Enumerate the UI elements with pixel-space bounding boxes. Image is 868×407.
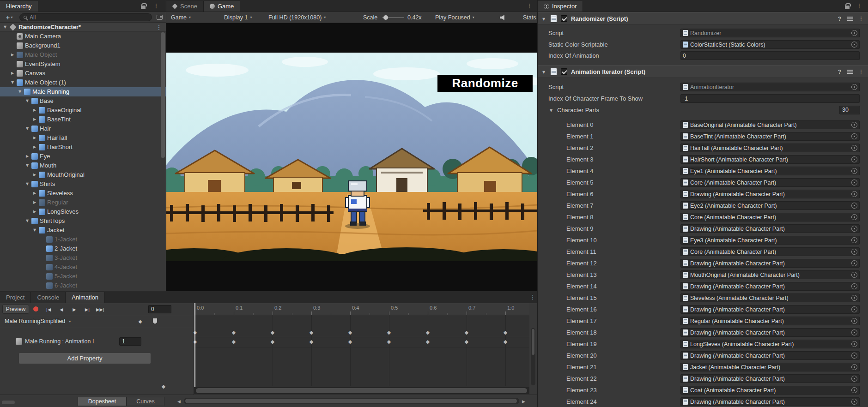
- object-picker-icon[interactable]: [851, 122, 857, 128]
- object-picker-icon[interactable]: [851, 191, 857, 197]
- object-field[interactable]: Core (Animatable Character Part): [680, 213, 860, 221]
- foldout-arrow[interactable]: ▼: [24, 216, 30, 226]
- resolution-dropdown[interactable]: Full HD (1920x1080)▾: [268, 12, 326, 23]
- help-icon[interactable]: ?: [838, 16, 841, 22]
- foldout-arrow[interactable]: ▶: [31, 189, 38, 198]
- create-button[interactable]: +▾: [2, 13, 16, 21]
- foldout-arrow[interactable]: ▶: [9, 69, 16, 78]
- stats-button[interactable]: Stats: [523, 12, 536, 23]
- foldout-arrow[interactable]: ▶: [31, 115, 38, 124]
- object-field[interactable]: Coat (Animatable Character Part): [680, 386, 860, 395]
- inspector-menu-icon[interactable]: ⋮: [856, 2, 862, 9]
- tab-scene[interactable]: Scene: [166, 1, 204, 12]
- object-picker-icon[interactable]: [851, 249, 857, 255]
- object-field[interactable]: Drawing (Animatable Character Part): [680, 259, 860, 268]
- property-value-field[interactable]: 1: [119, 337, 141, 346]
- object-picker-icon[interactable]: [851, 180, 857, 186]
- object-field[interactable]: BaseOriginal (Animatable Character Part): [680, 120, 860, 129]
- randomize-button[interactable]: Randomize: [437, 75, 533, 92]
- hierarchy-item[interactable]: ▼Male Object (1): [0, 78, 166, 87]
- object-picker-icon[interactable]: [851, 156, 857, 162]
- hscroll-thumb[interactable]: [185, 399, 517, 403]
- foldout-arrow[interactable]: ▼: [24, 161, 30, 170]
- hierarchy-item[interactable]: 5-Jacket: [0, 272, 166, 281]
- object-field[interactable]: Drawing (Animatable Character Part): [680, 224, 860, 233]
- playhead[interactable]: [194, 303, 195, 387]
- lock-icon[interactable]: [141, 6, 146, 9]
- foldout-arrow[interactable]: ▶: [31, 143, 38, 152]
- foldout-arrow[interactable]: ▼: [2, 23, 8, 32]
- object-field[interactable]: Eye2 (Animatable Character Part): [680, 201, 860, 210]
- keyframe-diamond[interactable]: ◆: [232, 339, 236, 345]
- hierarchy-item[interactable]: ▶Regular: [0, 198, 166, 207]
- hierarchy-item[interactable]: ▼Hair: [0, 124, 166, 133]
- object-picker-icon[interactable]: [851, 283, 857, 289]
- object-field[interactable]: Drawing (Animatable Character Part): [680, 374, 860, 383]
- object-picker-icon[interactable]: [851, 399, 857, 405]
- object-picker-icon[interactable]: [851, 84, 857, 90]
- panel-splitter[interactable]: [194, 303, 194, 395]
- object-field[interactable]: Drawing (Animatable Character Part): [680, 351, 860, 360]
- object-field[interactable]: Drawing (Animatable Character Part): [680, 282, 860, 291]
- component-enabled-checkbox[interactable]: [561, 15, 567, 22]
- object-field[interactable]: Jacket (Animatable Character Part): [680, 363, 860, 371]
- hierarchy-item[interactable]: ▼Mouth: [0, 161, 166, 170]
- vscroll-thumb[interactable]: [532, 329, 534, 355]
- scene-menu-icon[interactable]: ⋮: [156, 24, 162, 31]
- scene-header-row[interactable]: ▼ RandomizeCharacter* ⋮: [0, 23, 166, 32]
- search-window-icon[interactable]: [157, 15, 163, 20]
- hierarchy-item[interactable]: ▶HairShort: [0, 143, 166, 152]
- character-parts-foldout-row[interactable]: ▼ Character Parts 30: [538, 104, 868, 116]
- hierarchy-item[interactable]: ▶MouthOriginal: [0, 170, 166, 180]
- object-picker-icon[interactable]: [851, 306, 857, 312]
- hierarchy-item[interactable]: ▼Jacket: [0, 226, 166, 235]
- component-enabled-checkbox[interactable]: [561, 68, 567, 75]
- hierarchy-item[interactable]: ▶Sleveless: [0, 189, 166, 198]
- keyframe-diamond[interactable]: ◆: [504, 329, 507, 335]
- object-picker-icon[interactable]: [851, 387, 857, 393]
- inspector-lock-icon[interactable]: [845, 6, 850, 9]
- hierarchy-item[interactable]: ▶Eye: [0, 152, 166, 161]
- keyframe-diamond[interactable]: ◆: [387, 339, 391, 345]
- game-menu-icon[interactable]: ⋮: [526, 2, 533, 9]
- hierarchy-menu-icon[interactable]: ⋮: [153, 2, 159, 9]
- range-thumb[interactable]: [196, 388, 527, 393]
- object-picker-icon[interactable]: [851, 214, 857, 220]
- scroll-right-icon[interactable]: ▶: [522, 399, 525, 404]
- object-field[interactable]: LongSleves (Animatable Character Part): [680, 340, 860, 348]
- object-picker-icon[interactable]: [851, 237, 857, 243]
- hierarchy-item[interactable]: ▶HairTall: [0, 133, 166, 143]
- object-picker-icon[interactable]: [851, 145, 857, 151]
- object-picker-icon[interactable]: [851, 318, 857, 324]
- mute-audio-icon[interactable]: [500, 15, 506, 20]
- hierarchy-item[interactable]: 6-Jacket: [0, 281, 166, 290]
- foldout-arrow[interactable]: ▶: [9, 50, 16, 60]
- foldout-arrow[interactable]: ▼: [9, 78, 16, 87]
- object-field[interactable]: Eye1 (Animatable Character Part): [680, 167, 860, 175]
- object-field[interactable]: Drawing (Animatable Character Part): [680, 305, 860, 314]
- object-picker-icon[interactable]: [851, 329, 857, 335]
- keyframe-diamond[interactable]: ◆: [348, 329, 352, 335]
- foldout-arrow[interactable]: ▶: [31, 106, 38, 115]
- foldout-arrow[interactable]: ▶: [24, 152, 30, 161]
- foldout-arrow[interactable]: ▼: [24, 96, 30, 106]
- add-property-button[interactable]: Add Property: [18, 353, 151, 364]
- play-focused-dropdown[interactable]: Play Focused▾: [435, 12, 474, 23]
- foldout-arrow[interactable]: ▶: [31, 198, 38, 207]
- left-scrollbar-stub[interactable]: [2, 401, 15, 404]
- object-field[interactable]: Drawing (Animatable Character Part): [680, 328, 860, 337]
- keyframe-diamond[interactable]: ◆: [465, 339, 468, 345]
- hierarchy-item[interactable]: ▼Base: [0, 96, 166, 106]
- keyframe-diamond[interactable]: ◆: [387, 329, 391, 335]
- number-field[interactable]: -1: [680, 94, 860, 103]
- object-field[interactable]: Sleveless (Animatable Character Part): [680, 293, 860, 302]
- timeline-vscrollbar[interactable]: [531, 328, 535, 385]
- object-picker-icon[interactable]: [851, 226, 857, 232]
- keyframe-diamond[interactable]: ◆: [348, 339, 352, 345]
- object-field[interactable]: Drawing (Animatable Character Part): [680, 397, 860, 406]
- hierarchy-item[interactable]: 3-Jacket: [0, 253, 166, 263]
- hierarchy-item[interactable]: Main Camera: [0, 32, 166, 41]
- object-field[interactable]: HairShort (Animatable Character Part): [680, 155, 860, 164]
- hierarchy-item[interactable]: 4-Jacket: [0, 263, 166, 272]
- foldout-arrow[interactable]: ▶: [31, 207, 38, 216]
